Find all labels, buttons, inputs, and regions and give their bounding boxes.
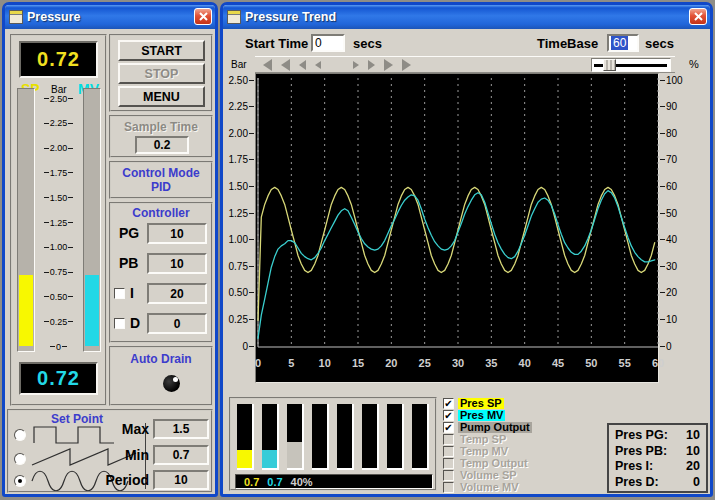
close-button[interactable] [689,8,707,25]
scroll-right-step-icon[interactable] [353,61,359,69]
legend-item-volume-sp[interactable]: Volume SP [443,470,603,482]
channel-bar-6 [362,404,379,470]
controller-row-d: D0 [111,313,211,335]
scroll-left-icon[interactable] [281,59,290,71]
auto-drain-label: Auto Drain [111,352,211,366]
trend-titlebar[interactable]: Pressure Trend [223,5,710,29]
scroll-left-fast-icon[interactable] [263,59,272,71]
legend-label: Temp SP [458,434,508,445]
legend-checkbox[interactable] [443,446,454,457]
values-row: Pres I:20 [615,459,700,475]
y-tick-label: 2.00 [229,128,255,138]
channel-bar-7 [387,404,404,470]
sample-time-field[interactable]: 0.2 [135,136,189,154]
auto-drain-knob[interactable] [163,375,180,392]
start-time-label: Start Time [245,36,308,51]
legend-checkbox[interactable]: ✔ [443,422,454,433]
timebase-slider[interactable] [591,58,671,72]
close-icon [199,12,208,21]
sine-wave-radio[interactable] [14,475,26,487]
timebase-field[interactable]: 60 [607,34,639,52]
scroll-right-icon[interactable] [384,59,393,71]
x-tick-label: 5 [288,357,294,369]
scroll-left-step-icon[interactable] [315,61,321,69]
values-row: Pres PB:10 [615,444,700,460]
legend-label: Pres MV [458,410,505,421]
gauge-tick: 2.00 [37,144,80,153]
controller-row-pg: PG10 [111,223,211,245]
legend-label: Temp Output [458,458,530,469]
y-tick-label: 20 [659,288,677,298]
trend-chart: 051015202530354045505560 [255,73,659,383]
legend-checkbox[interactable] [443,482,454,493]
pg-field[interactable]: 10 [147,223,207,244]
gauge-panel: 0.72 SP Bar MV 2.502.252.001.751.501.251… [10,34,107,406]
gauge-tick: 2.50 [37,94,80,103]
legend-label: Volume MV [458,482,520,493]
gauge-tick: 2.25 [37,119,80,128]
x-tick-label: 45 [552,357,564,369]
period-field[interactable]: 10 [153,470,209,490]
legend-checkbox[interactable]: ✔ [443,398,454,409]
channel-bar-fill [237,450,252,468]
x-tick-label: 25 [419,357,431,369]
gauge-tick: 1.75 [37,168,80,177]
d-label: D [130,315,140,331]
start-time-field[interactable]: 0 [311,34,345,52]
legend-item-pump-output[interactable]: ✔Pump Output [443,422,603,434]
values-row: Pres D:0 [615,475,700,491]
legend-item-temp-output[interactable]: Temp Output [443,458,603,470]
scroll-right-fast-icon[interactable] [402,59,411,71]
sample-time-panel: Sample Time 0.2 [109,115,213,158]
stop-button[interactable]: STOP [118,63,205,84]
values-box: Pres PG:10Pres PB:10Pres I:20Pres D:0 [607,423,708,493]
pressure-trend-window: Pressure Trend Start Time 0 secs TimeBas… [220,2,713,497]
gauge-tick: 1.50 [37,193,80,202]
timebase-label: TimeBase [537,36,598,51]
channel-bar-1 [237,404,254,470]
sawtooth-wave-radio[interactable] [14,453,26,465]
legend-item-pres-sp[interactable]: ✔Pres SP [443,398,603,410]
controller-row-i: I20 [111,283,211,305]
max-field[interactable]: 1.5 [153,419,209,439]
d-checkbox[interactable] [114,318,125,329]
i-field[interactable]: 20 [147,283,207,304]
legend-item-pres-mv[interactable]: ✔Pres MV [443,410,603,422]
close-button[interactable] [194,8,212,25]
x-tick-label: 35 [485,357,497,369]
x-tick-label: 50 [585,357,597,369]
scroll-right-slow-icon[interactable] [368,60,375,70]
square-wave-radio[interactable] [14,429,26,441]
d-field[interactable]: 0 [147,313,207,334]
i-checkbox[interactable] [114,288,125,299]
controller-rows: PG10PB10I20D0 [111,204,211,341]
scroll-left-slow-icon[interactable] [299,60,306,70]
x-tick-label: 15 [352,357,364,369]
channel-bar-8 [412,404,429,470]
legend-checkbox[interactable] [443,470,454,481]
legend-item-volume-mv[interactable]: Volume MV [443,482,603,494]
values-label: Pres I: [615,459,653,475]
y-tick-label: 50 [659,208,677,218]
menu-button[interactable]: MENU [118,86,205,107]
channel-bar-5 [337,404,354,470]
start-button[interactable]: START [118,40,205,61]
channel-bar-2 [262,404,279,470]
pressure-titlebar[interactable]: Pressure [5,5,215,29]
legend-label: Temp MV [458,446,510,457]
min-label: Min [101,447,149,463]
gauge-tick: 0.25 [37,317,80,326]
y-tick-label: 1.25 [229,208,255,218]
y-tick-label: 10 [659,314,677,324]
legend-checkbox[interactable]: ✔ [443,410,454,421]
slider-thumb[interactable] [603,59,616,71]
min-field[interactable]: 0.7 [153,445,209,465]
legend-item-temp-mv[interactable]: Temp MV [443,446,603,458]
legend-checkbox[interactable] [443,434,454,445]
pb-field[interactable]: 10 [147,253,207,274]
legend-item-temp-sp[interactable]: Temp SP [443,434,603,446]
close-icon [694,12,703,21]
legend-checkbox[interactable] [443,458,454,469]
values-value: 10 [676,444,700,460]
bar-graph-panel: 0.70.740% [229,397,437,491]
